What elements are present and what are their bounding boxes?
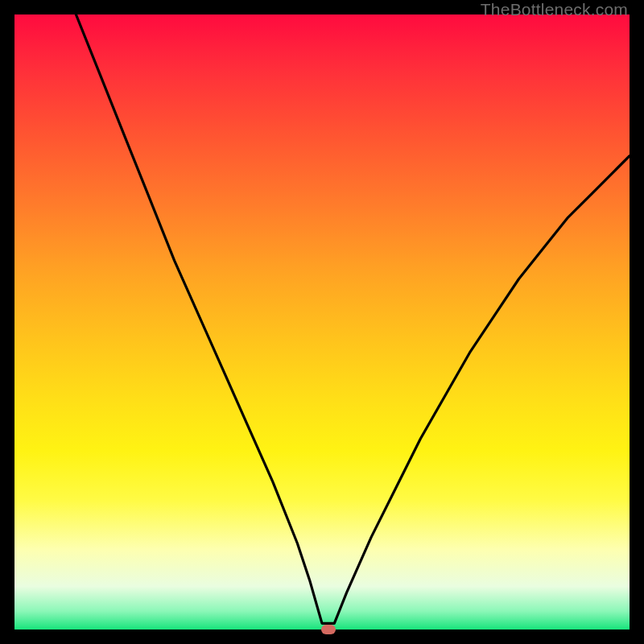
watermark-text: TheBottleneck.com xyxy=(481,0,628,19)
chart-frame: TheBottleneck.com xyxy=(0,0,644,644)
optimal-point-marker xyxy=(321,625,336,634)
bottleneck-curve xyxy=(14,14,630,630)
plot-area xyxy=(14,14,630,630)
